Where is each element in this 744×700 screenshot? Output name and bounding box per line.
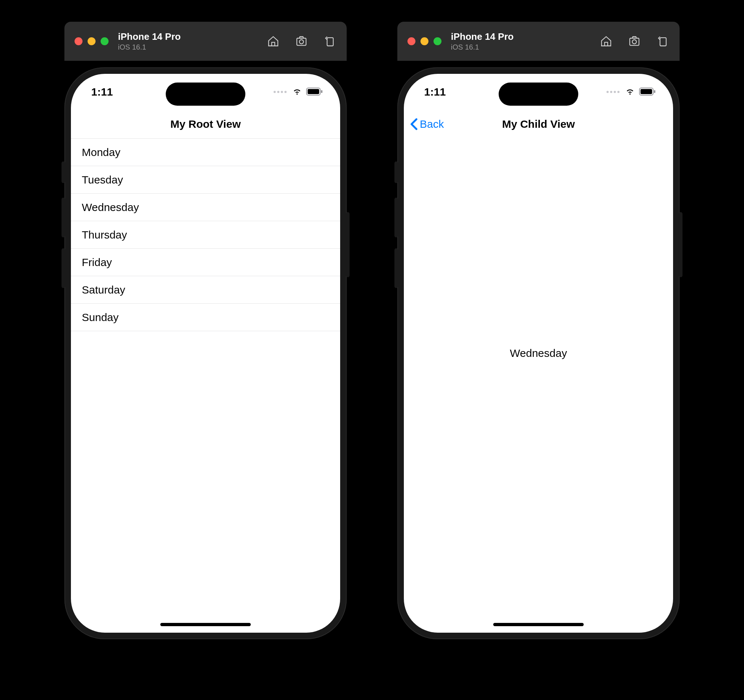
minimize-window-button[interactable] — [421, 37, 429, 45]
device-frame: 1:11 Back — [397, 67, 680, 639]
svg-rect-4 — [308, 89, 319, 94]
days-list: Monday Tuesday Wednesday Thursday Friday… — [71, 138, 340, 331]
svg-rect-2 — [327, 38, 333, 46]
power-button — [346, 212, 350, 277]
simulator-device-name: iPhone 14 Pro — [451, 31, 513, 42]
simulator-actions — [599, 34, 670, 48]
list-item[interactable]: Sunday — [71, 304, 340, 331]
navigation-bar: My Root View — [71, 110, 340, 138]
svg-rect-0 — [297, 38, 306, 46]
wifi-icon — [292, 86, 302, 98]
device-screen: 1:11 Back — [404, 74, 673, 633]
zoom-window-button[interactable] — [433, 37, 442, 45]
window-controls — [408, 37, 442, 45]
home-icon[interactable] — [266, 34, 280, 48]
list-item[interactable]: Monday — [71, 139, 340, 166]
screenshot-icon[interactable] — [295, 34, 308, 48]
status-time: 1:11 — [91, 86, 135, 98]
home-icon[interactable] — [599, 34, 613, 48]
list-item-label: Tuesday — [82, 174, 123, 186]
svg-rect-8 — [660, 38, 666, 46]
close-window-button[interactable] — [408, 37, 415, 45]
window-controls — [74, 37, 109, 45]
list-item[interactable]: Wednesday — [71, 194, 340, 221]
list-item[interactable]: Tuesday — [71, 166, 340, 194]
zoom-window-button[interactable] — [101, 37, 109, 45]
simulator-device-name: iPhone 14 Pro — [118, 31, 180, 42]
list-item[interactable]: Saturday — [71, 276, 340, 304]
simulator-toolbar: iPhone 14 Pro iOS 16.1 — [397, 22, 680, 61]
simulator-left: iPhone 14 Pro iOS 16.1 1:11 — [64, 22, 347, 639]
close-window-button[interactable] — [74, 37, 82, 45]
simulator-right: iPhone 14 Pro iOS 16.1 1:11 — [397, 22, 680, 639]
list-item-label: Thursday — [82, 229, 127, 241]
list-item-label: Wednesday — [82, 201, 139, 213]
mute-switch — [394, 161, 398, 183]
svg-point-7 — [632, 40, 636, 44]
home-indicator[interactable] — [493, 623, 584, 626]
home-indicator[interactable] — [160, 623, 251, 626]
svg-rect-5 — [321, 90, 323, 93]
screenshot-icon[interactable] — [628, 34, 641, 48]
cellular-icon — [274, 91, 287, 93]
device-frame: 1:11 My Root View Mond — [64, 67, 347, 639]
volume-down-button — [61, 248, 65, 288]
minimize-window-button[interactable] — [88, 37, 95, 45]
rotate-icon[interactable] — [656, 34, 670, 48]
simulator-os-version: iOS 16.1 — [118, 43, 180, 51]
simulator-os-version: iOS 16.1 — [451, 43, 513, 51]
list-item-label: Sunday — [82, 311, 119, 323]
simulator-actions — [266, 34, 336, 48]
svg-point-1 — [299, 40, 303, 44]
dynamic-island — [498, 82, 578, 106]
list-item[interactable]: Thursday — [71, 221, 340, 249]
dynamic-island — [166, 82, 246, 106]
battery-icon — [306, 86, 323, 98]
status-icons — [274, 86, 323, 98]
device-screen: 1:11 My Root View Mond — [71, 74, 340, 633]
mute-switch — [61, 161, 65, 183]
volume-up-button — [394, 198, 398, 237]
list-item[interactable]: Friday — [71, 249, 340, 276]
power-button — [679, 212, 683, 277]
simulator-title-block: iPhone 14 Pro iOS 16.1 — [451, 31, 513, 51]
list-item-label: Saturday — [82, 284, 125, 296]
simulator-title-block: iPhone 14 Pro iOS 16.1 — [118, 31, 180, 51]
list-item-label: Monday — [82, 146, 121, 159]
list-item-label: Friday — [82, 256, 112, 268]
simulator-toolbar: iPhone 14 Pro iOS 16.1 — [64, 22, 347, 61]
volume-up-button — [61, 198, 65, 237]
rotate-icon[interactable] — [323, 34, 336, 48]
child-text: Wednesday — [510, 347, 567, 359]
child-content: Wednesday — [404, 74, 673, 633]
volume-down-button — [394, 248, 398, 288]
svg-rect-6 — [629, 38, 639, 46]
nav-title: My Root View — [170, 118, 241, 130]
